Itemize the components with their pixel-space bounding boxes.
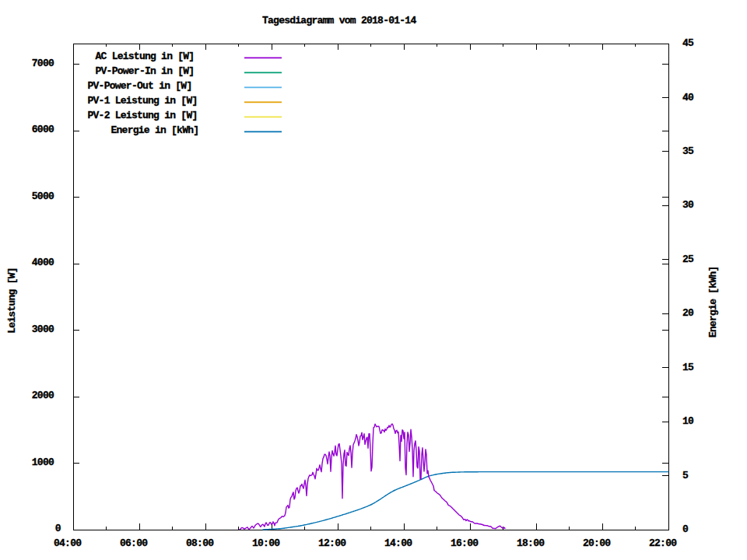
svg-text:AC Leistung in [W]: AC Leistung in [W] [96, 51, 195, 62]
svg-text:06:00: 06:00 [120, 537, 148, 549]
svg-text:16:00: 16:00 [451, 537, 479, 549]
svg-text:0: 0 [55, 523, 61, 534]
svg-text:10: 10 [682, 415, 694, 427]
svg-text:7000: 7000 [32, 58, 54, 69]
svg-text:1000: 1000 [32, 457, 54, 468]
svg-text:18:00: 18:00 [517, 537, 545, 549]
svg-text:15: 15 [682, 362, 694, 373]
svg-text:20:00: 20:00 [583, 537, 611, 549]
svg-text:10:00: 10:00 [252, 537, 280, 549]
svg-text:20: 20 [682, 307, 694, 319]
svg-text:35: 35 [682, 145, 694, 157]
svg-text:08:00: 08:00 [186, 537, 214, 549]
svg-text:2000: 2000 [32, 390, 54, 401]
svg-text:12:00: 12:00 [318, 537, 346, 549]
svg-text:5000: 5000 [32, 191, 54, 202]
svg-text:Energie in [kWh]: Energie in [kWh] [111, 124, 199, 136]
svg-text:Tagesdiagramm vom 2018-01-14: Tagesdiagramm vom 2018-01-14 [262, 15, 416, 26]
svg-text:0: 0 [682, 523, 689, 535]
svg-text:PV-Power-In in [W]: PV-Power-In in [W] [96, 65, 195, 77]
svg-text:PV-2 Leistung in [W]: PV-2 Leistung in [W] [88, 110, 198, 121]
svg-text:4000: 4000 [32, 257, 54, 268]
svg-text:14:00: 14:00 [384, 537, 412, 549]
svg-text:Energie [kWh]: Energie [kWh] [707, 266, 719, 338]
svg-text:3000: 3000 [32, 324, 54, 335]
svg-text:PV-Power-Out in [W]: PV-Power-Out in [W] [88, 80, 192, 92]
svg-text:25: 25 [682, 254, 694, 265]
svg-text:Leistung [W]: Leistung [W] [6, 268, 18, 334]
svg-text:45: 45 [682, 37, 694, 49]
svg-text:40: 40 [682, 92, 694, 103]
svg-text:04:00: 04:00 [54, 537, 82, 549]
svg-text:PV-1 Leistung in [W]: PV-1 Leistung in [W] [88, 95, 198, 107]
svg-text:22:00: 22:00 [649, 537, 677, 549]
svg-text:6000: 6000 [32, 124, 54, 135]
svg-text:30: 30 [682, 199, 694, 211]
svg-text:5: 5 [682, 470, 689, 481]
